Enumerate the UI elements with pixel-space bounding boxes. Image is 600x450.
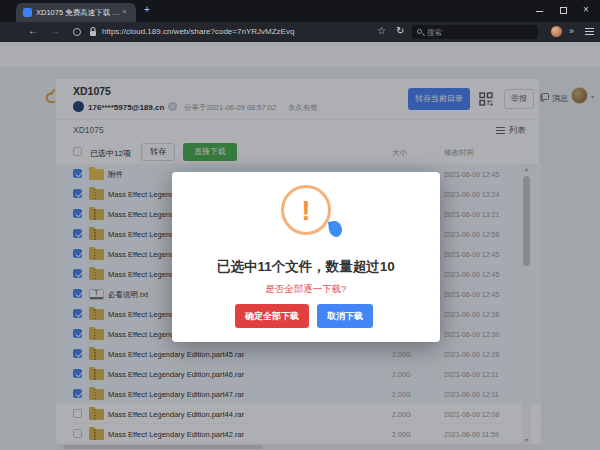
site-info-icon[interactable] (73, 28, 81, 36)
browser-toolbar: ← → https://cloud.189.cn/web/share?code=… (0, 22, 600, 42)
browser-tab-bar: XD1075 免费高速下载 | 天翼云盘 × + × (0, 0, 600, 22)
browser-profile-avatar[interactable] (551, 26, 562, 37)
water-drop-icon (328, 220, 343, 238)
address-bar[interactable]: https://cloud.189.cn/web/share?code=7nYR… (102, 27, 294, 36)
tab-title: XD1075 免费高速下载 | 天翼云盘 (36, 8, 120, 18)
hamburger-menu-icon[interactable] (585, 27, 594, 36)
dialog-title: 已选中11个文件，数量超过10 (172, 258, 440, 276)
site-favicon (23, 8, 32, 17)
bookmark-star-icon[interactable]: ☆ (377, 25, 386, 36)
search-placeholder: 搜索 (427, 28, 442, 38)
cancel-download-button[interactable]: 取消下载 (317, 304, 373, 328)
window-maximize-icon[interactable] (560, 7, 567, 14)
search-icon (417, 29, 422, 34)
search-input[interactable]: 搜索 (412, 25, 538, 39)
forward-icon[interactable]: → (50, 25, 60, 36)
window-minimize-icon[interactable] (536, 11, 543, 12)
dialog-question: 是否全部逐一下载? (172, 283, 440, 296)
browser-tab[interactable]: XD1075 免费高速下载 | 天翼云盘 × (16, 3, 136, 22)
lock-icon (89, 26, 97, 37)
browser-window: XD1075 免费高速下载 | 天翼云盘 × + × ← → https://c… (0, 0, 600, 450)
overflow-icon[interactable]: » (569, 26, 574, 36)
tab-close-icon[interactable]: × (122, 7, 127, 16)
back-icon[interactable]: ← (28, 25, 38, 36)
window-close-icon[interactable]: × (583, 4, 589, 15)
download-warning-dialog: ! 已选中11个文件，数量超过10 是否全部逐一下载? 确定全部下载 取消下载 (172, 172, 440, 342)
confirm-download-all-button[interactable]: 确定全部下载 (235, 304, 309, 328)
warning-icon: ! (281, 185, 331, 235)
reload-icon[interactable]: ↻ (396, 25, 404, 36)
new-tab-button[interactable]: + (144, 4, 150, 15)
